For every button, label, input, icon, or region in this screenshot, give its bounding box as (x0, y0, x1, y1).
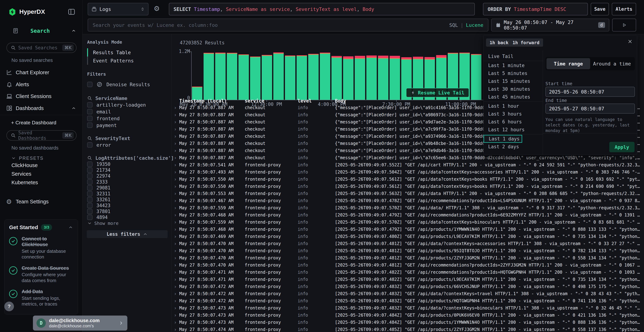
sidebar-item-search[interactable]: Search (0, 26, 82, 36)
source-settings-gear-icon[interactable]: ⚙ (152, 4, 161, 13)
sql-mode-toggle[interactable]: SQL (449, 22, 458, 28)
expand-row-icon[interactable]: › (173, 184, 179, 189)
filter-option[interactable]: 19350 (87, 161, 172, 167)
time-option-last-3-hours[interactable]: Last 3 hours (484, 110, 543, 118)
select-query-input[interactable]: SELECT Timestamp, ServiceName as service… (169, 3, 475, 16)
sidebar-item-services[interactable]: Services (12, 171, 31, 177)
histogram-bar[interactable] (471, 54, 482, 100)
chevron-up-icon[interactable] (71, 106, 76, 111)
table-row[interactable]: ›May 27 8:50:07.559 AMfrontend-proxyinfo… (173, 204, 640, 212)
expand-row-icon[interactable]: › (173, 119, 179, 125)
filter-option[interactable]: 37801 (87, 208, 172, 214)
histogram-bar[interactable] (215, 52, 226, 100)
checkbox[interactable] (87, 179, 92, 184)
table-row[interactable]: ›May 27 8:50:07.470 AMfrontend-proxyinfo… (173, 247, 640, 254)
table-row[interactable]: ›May 27 8:50:07.471 AMfrontend-proxyinfo… (173, 276, 640, 283)
checkbox[interactable] (87, 209, 92, 214)
end-time-input[interactable]: 2025-05-27 08:50:07 (546, 104, 635, 114)
checkbox[interactable] (87, 82, 92, 87)
histogram-bar[interactable] (355, 56, 365, 100)
sidebar-collapse-icon[interactable] (68, 8, 76, 16)
get-started-header[interactable]: Get Started 3/3 (9, 224, 73, 230)
expand-row-icon[interactable]: › (173, 284, 179, 289)
histogram-bar[interactable] (343, 56, 354, 100)
presets-toggle[interactable]: PRESETS (0, 154, 82, 162)
sidebar-item-team-settings[interactable]: ⚙ Team Settings (0, 196, 82, 207)
checkbox[interactable] (87, 122, 92, 128)
event-search-input[interactable]: Search your events w/ Lucene ex. column:… (88, 18, 488, 32)
filter-option[interactable]: payment (87, 122, 172, 128)
expand-row-icon[interactable]: › (173, 234, 179, 239)
filter-option[interactable]: 29081 (87, 185, 172, 191)
filter-option[interactable]: 32311 (87, 191, 172, 196)
expand-row-icon[interactable]: › (173, 162, 179, 168)
filter-option[interactable]: frontend (87, 115, 172, 122)
filter-group-header[interactable]: LogAttributes['cache.size'] (87, 155, 172, 161)
histogram-bar[interactable] (308, 54, 318, 100)
expand-row-icon[interactable]: › (173, 191, 179, 196)
checkbox[interactable] (87, 142, 92, 148)
histogram-bar[interactable] (227, 53, 237, 100)
sidebar-item-kubernetes[interactable]: Kubernetes (12, 180, 38, 186)
save-button[interactable]: Save (591, 3, 609, 16)
histogram-bar[interactable] (238, 54, 249, 100)
expand-row-icon[interactable]: › (173, 141, 179, 146)
source-select[interactable]: Logs (88, 3, 148, 16)
run-query-button[interactable] (612, 18, 636, 32)
saved-searches-input[interactable]: Saved Searches ⌘K (6, 42, 76, 53)
expand-row-icon[interactable]: › (173, 134, 179, 139)
expand-row-icon[interactable]: › (173, 105, 179, 110)
table-row[interactable]: ›May 27 8:50:07.472 AMfrontend-proxyinfo… (173, 290, 640, 297)
table-row[interactable]: ›May 27 8:50:07.541 AMfrontend-proxyinfo… (173, 161, 640, 168)
table-row[interactable]: ›May 27 8:50:07.472 AMfrontend-proxyinfo… (173, 297, 640, 304)
expand-row-icon[interactable]: › (173, 170, 179, 175)
sidebar-item-clickhouse[interactable]: ClickHouse (12, 162, 38, 168)
checkbox[interactable] (87, 162, 92, 167)
time-option-last-15-minutes[interactable]: Last 15 minutes (484, 77, 543, 85)
sidebar-item-client-sessions[interactable]: Client Sessions (0, 91, 82, 102)
get-started-item[interactable]: Create Data SourcesConfigure where your … (9, 265, 73, 283)
filter-group-header[interactable]: SeverityText (87, 135, 172, 142)
filter-option[interactable]: 33261 (87, 196, 172, 202)
histogram-bar[interactable] (296, 55, 307, 100)
histogram-bar[interactable] (378, 56, 388, 100)
histogram-bar[interactable] (204, 53, 214, 100)
filter-option[interactable]: 4894 (87, 214, 172, 220)
expand-row-icon[interactable]: › (173, 212, 179, 218)
expand-row-icon[interactable]: › (173, 277, 179, 282)
resume-live-tail-button[interactable]: Resume Live Tail (406, 88, 469, 97)
expand-row-icon[interactable]: › (173, 198, 179, 204)
time-option-last-2-days[interactable]: Last 2 days (484, 143, 543, 150)
histogram-bar[interactable] (332, 56, 342, 100)
time-option-last-1-days[interactable]: Last 1 days (484, 135, 522, 143)
close-icon[interactable] (627, 39, 633, 44)
filter-option[interactable]: 22974 (87, 173, 172, 179)
analysis-mode-event-patterns[interactable]: Event Patterns (87, 56, 172, 65)
expand-row-icon[interactable]: › (173, 148, 179, 153)
expand-row-icon[interactable]: › (173, 241, 179, 246)
filter-group-header[interactable]: ServiceName (87, 95, 172, 102)
sidebar-item-alerts[interactable]: Alerts (0, 79, 82, 90)
expand-row-icon[interactable]: › (173, 298, 179, 304)
table-row[interactable]: ›May 27 8:50:07.473 AMfrontend-proxyinfo… (173, 319, 640, 326)
table-row[interactable]: ›May 27 8:50:07.473 AMfrontend-proxyinfo… (173, 312, 640, 319)
less-filters-button[interactable]: Less filters (87, 230, 168, 238)
expand-row-icon[interactable]: › (173, 176, 179, 182)
start-time-input[interactable]: 2025-05-26 08:50:07 (546, 87, 635, 97)
one-hour-forward-button[interactable]: 1h forward (509, 38, 543, 47)
checkbox[interactable] (87, 191, 92, 196)
table-row[interactable]: ›May 27 8:50:07.468 AMfrontend-proxyinfo… (173, 226, 640, 233)
denoise-results-checkbox[interactable]: Denoise Results (87, 80, 172, 88)
histogram-bar[interactable] (366, 56, 377, 100)
expand-row-icon[interactable]: › (173, 312, 179, 318)
date-range-input[interactable]: May 26 08:50:07 - May 27 08:50:07 d (491, 18, 609, 32)
histogram-bar[interactable] (273, 52, 284, 100)
lucene-mode-toggle[interactable]: Lucene (466, 22, 483, 28)
checkbox[interactable] (87, 102, 92, 108)
filter-option[interactable]: 2333 (87, 179, 172, 185)
expand-row-icon[interactable]: › (173, 126, 179, 132)
get-started-item[interactable]: Add DataStart sending logs, metrics, or … (9, 289, 73, 307)
sidebar-item-chart-explorer[interactable]: Chart Explorer (0, 67, 82, 78)
checkbox[interactable] (87, 109, 92, 114)
expand-row-icon[interactable]: › (173, 291, 179, 296)
